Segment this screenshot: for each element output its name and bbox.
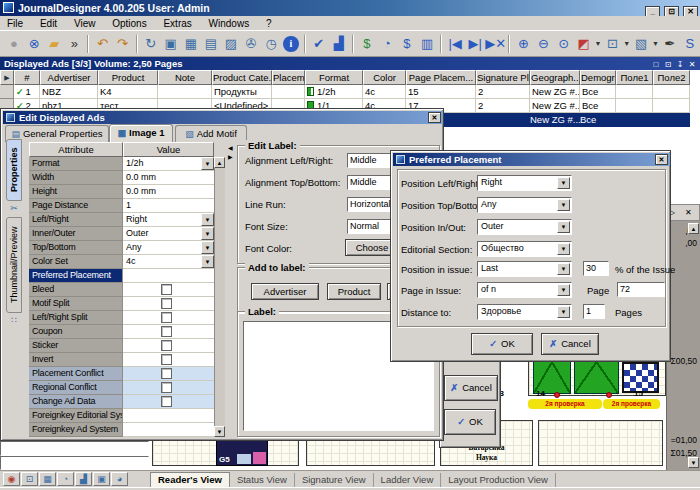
attr-checkbox[interactable] <box>161 340 172 351</box>
attr-checkbox[interactable] <box>161 396 172 407</box>
attr-row-value[interactable] <box>123 353 214 367</box>
alignment-tb-field[interactable]: Middle <box>347 175 395 190</box>
column-header[interactable]: Product <box>98 70 158 85</box>
column-header[interactable]: Signature Plac... <box>476 70 530 85</box>
clock-icon[interactable]: ◷ <box>261 34 281 54</box>
edit-dialog-titlebar[interactable]: Edit Displayed Ads <box>3 111 443 124</box>
menu-item-help[interactable]: ? <box>259 16 279 31</box>
attr-checkbox[interactable] <box>161 284 172 295</box>
attr-row-value[interactable] <box>123 423 214 437</box>
view-tab-ladder-view[interactable]: Ladder View <box>374 473 442 487</box>
column-header[interactable]: Note <box>158 70 212 85</box>
bar-chart-icon[interactable]: ▟ <box>329 34 349 54</box>
columns-icon[interactable]: ▥ <box>417 34 437 54</box>
table-row[interactable]: ✓1NBZK4Продукты1/2h4c152New ZG #...Все <box>0 85 690 99</box>
preferred-dialog-titlebar[interactable]: Preferred Placement <box>393 153 670 166</box>
menu-item-view[interactable]: View <box>67 16 103 31</box>
pie-chart-icon[interactable]: ◔ <box>377 34 397 54</box>
attr-row-value[interactable] <box>123 339 214 353</box>
column-header[interactable]: Placem... <box>272 70 305 85</box>
splitter-left-icon[interactable]: ◀ <box>228 144 233 151</box>
font-size-field[interactable]: Normal <box>347 219 395 234</box>
zoom-out-icon[interactable]: ⊖ <box>533 34 553 54</box>
copy-pages-icon[interactable]: ▣ <box>161 34 181 54</box>
dropdown-button[interactable]: ▼ <box>201 213 214 226</box>
attr-scrollbar[interactable] <box>214 157 225 437</box>
attr-row-value[interactable]: 4c▼ <box>123 255 214 269</box>
report-table-icon[interactable]: ▤ <box>201 34 221 54</box>
background-ok-button[interactable]: ✓OK <box>444 409 496 435</box>
paperclip-icon[interactable]: ✇ <box>241 34 261 54</box>
attr-row-label[interactable]: Preferred Placement <box>29 269 123 283</box>
view-tab-reader-s-view[interactable]: Reader's View <box>150 472 230 487</box>
attr-row-value[interactable] <box>123 325 214 339</box>
attr-row-label[interactable]: Inner/Outer <box>29 227 123 241</box>
attr-row-value[interactable]: 0.0 mm <box>123 171 214 185</box>
add-advertiser-button[interactable]: Advertiser <box>251 283 319 300</box>
column-header[interactable]: Поле1 <box>616 70 653 85</box>
attr-row-label[interactable]: Sticker <box>29 339 123 353</box>
window-icon[interactable]: ⊡ <box>21 472 38 486</box>
attr-row-label[interactable]: Format <box>29 157 123 171</box>
menu-item-edit[interactable]: Edit <box>33 16 64 31</box>
position-tb-dropdown[interactable]: ▼ <box>557 199 570 211</box>
attr-row-label[interactable]: Placement Conflict <box>29 367 123 381</box>
column-header[interactable]: Demogra... <box>580 70 616 85</box>
attr-header-attribute[interactable]: Attribute <box>29 142 123 157</box>
distance-pages-field[interactable]: 1 <box>583 304 605 319</box>
attr-row-value[interactable] <box>123 297 214 311</box>
attr-header-value[interactable]: Value <box>123 142 214 157</box>
nav-first-icon[interactable]: |◀ <box>445 34 465 54</box>
attr-row-label[interactable]: Bleed <box>29 283 123 297</box>
position-in-issue-combo[interactable]: Last▼ <box>477 261 572 277</box>
check-document-icon[interactable]: ✔ <box>309 34 329 54</box>
side-tab-thumbnail-preview[interactable]: Thumbnail/Preview <box>6 217 22 313</box>
column-header[interactable]: Color <box>363 70 406 85</box>
menu-item-file[interactable]: File <box>0 16 30 31</box>
dropdown-button[interactable]: ▼ <box>201 227 214 240</box>
attr-row-value[interactable] <box>123 409 214 423</box>
dropdown-button[interactable]: ▼ <box>201 255 214 268</box>
pie-icon[interactable]: ◔ <box>57 472 74 486</box>
redo-icon[interactable]: ↷ <box>112 34 132 54</box>
layout-window-dropdown[interactable]: ▼ <box>622 40 631 47</box>
side-tab-properties[interactable]: Properties <box>6 139 22 201</box>
position-tb-combo[interactable]: Any▼ <box>477 197 572 213</box>
attr-scroll-up[interactable]: ▲ <box>214 157 225 168</box>
open-folder-icon[interactable]: ▰ <box>44 34 64 54</box>
attr-checkbox[interactable] <box>161 382 172 393</box>
attr-row-value[interactable] <box>123 381 214 395</box>
attr-checkbox[interactable] <box>161 326 172 337</box>
attr-row-label[interactable]: Page Distance <box>29 199 123 213</box>
preview-image-icon[interactable]: ▧ <box>631 34 651 54</box>
position-io-dropdown[interactable]: ▼ <box>557 221 570 233</box>
editorial-section-dropdown[interactable]: ▼ <box>557 243 570 255</box>
column-header[interactable]: Поле2 <box>653 70 690 85</box>
zoom-in-icon[interactable]: ⊕ <box>513 34 533 54</box>
preview-image-dropdown[interactable]: ▼ <box>651 40 660 47</box>
attr-row-value[interactable] <box>123 311 214 325</box>
attr-row-label[interactable]: Left/Right Split <box>29 311 123 325</box>
splitter-right-icon[interactable]: ▶ <box>228 153 233 160</box>
magazine-cover-thumbnail[interactable]: G5 <box>216 438 268 466</box>
view-tab-status-view[interactable]: Status View <box>230 473 295 487</box>
alignment-lr-field[interactable]: Middle <box>347 153 395 168</box>
tab-image-1[interactable]: ▦Image 1 <box>109 124 173 142</box>
attr-row-label[interactable]: Regional Conflict <box>29 381 123 395</box>
color-palette-icon[interactable]: ◩ <box>574 34 594 54</box>
delete-icon[interactable]: ⊗ <box>24 34 44 54</box>
attr-row-label[interactable]: Foreignkey Editorial System <box>29 409 123 423</box>
edit-dialog-close-button[interactable]: ✕ <box>428 112 441 123</box>
preferred-cancel-button[interactable]: ✗Cancel <box>541 333 599 355</box>
attr-row-value[interactable]: Any▼ <box>123 241 214 255</box>
attr-row-value[interactable] <box>123 283 214 297</box>
attr-row-value[interactable] <box>123 395 214 409</box>
line-run-field[interactable]: Horizontal <box>347 197 395 212</box>
view-tab-signature-view[interactable]: Signature View <box>295 473 374 487</box>
pane-close-icon[interactable]: ✕ <box>685 208 692 217</box>
menu-item-options[interactable]: Options <box>105 16 153 31</box>
background-cancel-button[interactable]: ✗Cancel <box>444 375 498 401</box>
page-grid-icon[interactable]: ▦ <box>181 34 201 54</box>
column-header[interactable]: Page Placem... <box>406 70 476 85</box>
attr-row-label[interactable]: Left/Right <box>29 213 123 227</box>
